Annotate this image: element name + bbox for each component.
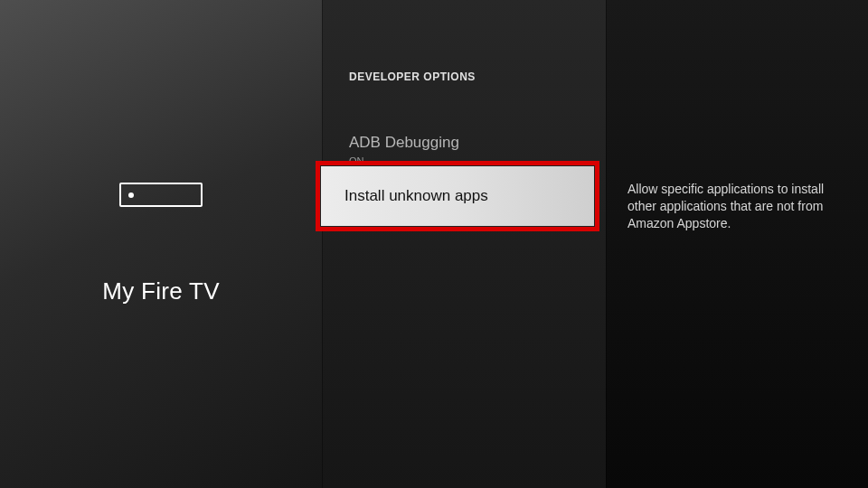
menu-item-install-unknown-apps[interactable]: Install unknown apps <box>320 165 595 227</box>
menu-item-title: ADB Debugging <box>349 134 579 152</box>
item-description: Allow specific applications to install o… <box>606 181 868 232</box>
menu-item-title: Install unknown apps <box>344 187 571 205</box>
detail-panel: Allow specific applications to install o… <box>606 0 868 488</box>
highlight-box: Install unknown apps <box>316 161 599 231</box>
settings-menu: DEVELOPER OPTIONS ADB Debugging ON Insta… <box>322 0 606 488</box>
section-header: DEVELOPER OPTIONS <box>322 70 606 83</box>
left-panel: My Fire TV <box>0 0 322 488</box>
left-panel-title: My Fire TV <box>102 277 220 305</box>
firetv-stick-icon <box>119 183 203 207</box>
